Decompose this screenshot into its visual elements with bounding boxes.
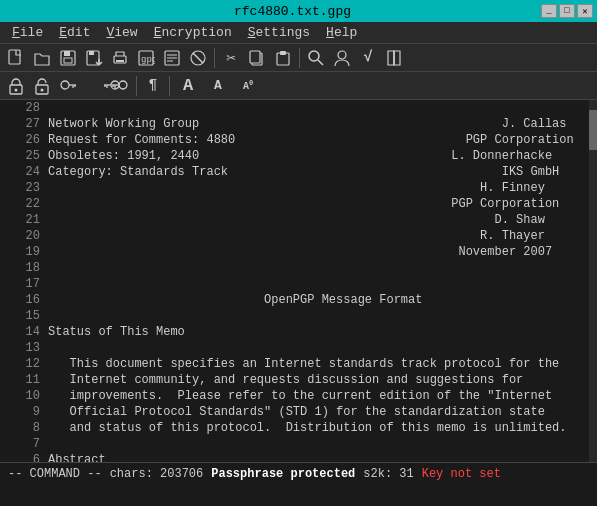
line-content: Category: Standards Track IKS GmbH [48,164,559,180]
menu-file[interactable]: File [4,23,51,42]
table-row: 7 [8,436,589,452]
svg-rect-2 [64,51,70,56]
saveas-icon[interactable] [82,47,106,69]
line-content: Network Working Group J. Callas [48,116,566,132]
svg-line-18 [193,53,203,63]
command-mode: -- COMMAND -- [8,467,102,481]
line-number: 7 [8,436,40,452]
line-number: 10 [8,388,40,404]
sqrt-icon[interactable]: √ [356,47,380,69]
line-content: PGP Corporation [48,196,559,212]
lock-closed-icon[interactable] [4,75,28,97]
menu-edit[interactable]: Edit [51,23,98,42]
table-row: 10 improvements. Please refer to the cur… [8,388,589,404]
line-content: Obsoletes: 1991, 2440 L. Donnerhacke [48,148,552,164]
scrollbar[interactable] [589,100,597,462]
line-number: 23 [8,180,40,196]
menu-encryption[interactable]: Encryption [146,23,240,42]
line-content: H. Finney [48,180,545,196]
svg-rect-10 [116,60,124,62]
line-content: and status of this protocol. Distributio… [48,420,566,436]
line-number: 13 [8,340,40,356]
window-controls[interactable]: _ □ ✕ [541,4,593,18]
table-row: 16 OpenPGP Message Format [8,292,589,308]
passphrase-status: Passphrase protected [211,467,355,481]
text-large-button[interactable]: A [174,75,202,97]
table-row: 23 H. Finney [8,180,589,196]
copy-icon[interactable] [245,47,269,69]
table-row: 15 [8,308,589,324]
paste-icon[interactable] [271,47,295,69]
doc-icon[interactable] [160,47,184,69]
lock-open-icon[interactable] [30,75,54,97]
print-icon[interactable] [108,47,132,69]
window-title: rfc4880.txt.gpg [44,4,541,19]
toolbar2: ¶ A A A0 [0,72,597,100]
scrollbar-thumb[interactable] [589,110,597,150]
text-medium-button[interactable]: A [204,75,232,97]
line-number: 19 [8,244,40,260]
chars-value: 203706 [160,467,203,481]
table-row: 11 Internet community, and requests disc… [8,372,589,388]
line-number: 27 [8,116,40,132]
line-number: 9 [8,404,40,420]
table-row: 19 November 2007 [8,244,589,260]
save-icon[interactable] [56,47,80,69]
status-bar: -- COMMAND -- chars: 203706 Passphrase p… [0,462,597,484]
key-icon-1[interactable] [56,75,80,97]
table-row: 21 D. Shaw [8,212,589,228]
svg-point-35 [111,81,119,89]
table-row: 8 and status of this protocol. Distribut… [8,420,589,436]
line-number: 8 [8,420,40,436]
gpg-icon[interactable]: gpg [134,47,158,69]
separator4 [169,76,170,96]
new-icon[interactable] [4,47,28,69]
svg-rect-3 [64,58,72,63]
cut-icon[interactable]: ✂ [219,47,243,69]
table-row: 9 Official Protocol Standards" (STD 1) f… [8,404,589,420]
maximize-button[interactable]: □ [559,4,575,18]
key-icon-2[interactable] [82,75,106,97]
line-content: November 2007 [48,244,552,260]
line-content: OpenPGP Message Format [48,292,422,308]
menu-help[interactable]: Help [318,23,365,42]
separator3 [136,76,137,96]
stop-icon[interactable] [186,47,210,69]
table-row: 26Request for Comments: 4880 PGP Corpora… [8,132,589,148]
svg-rect-5 [89,51,94,55]
table-row: 25Obsoletes: 1991, 2440 L. Donnerhacke [8,148,589,164]
table-row: 24Category: Standards Track IKS GmbH [8,164,589,180]
table-row: 18 [8,260,589,276]
svg-point-30 [41,88,44,91]
line-content: Internet community, and requests discuss… [48,372,523,388]
title-bar: rfc4880.txt.gpg _ □ ✕ [0,0,597,22]
close-button[interactable]: ✕ [577,4,593,18]
table-row: 14Status of This Memo [8,324,589,340]
paragraph-icon[interactable]: ¶ [141,75,165,97]
book-icon[interactable] [382,47,406,69]
search-icon[interactable] [304,47,328,69]
line-number: 12 [8,356,40,372]
text-small-button[interactable]: A0 [234,75,262,97]
line-content: Abstract [48,452,106,462]
line-content: Request for Comments: 4880 PGP Corporati… [48,132,574,148]
line-content: improvements. Please refer to the curren… [48,388,552,404]
open-icon[interactable] [30,47,54,69]
line-number: 18 [8,260,40,276]
menu-view[interactable]: View [98,23,145,42]
table-row: 6Abstract [8,452,589,462]
line-content: Status of This Memo [48,324,185,340]
svg-point-23 [309,51,319,61]
user-icon[interactable] [330,47,354,69]
menu-settings[interactable]: Settings [240,23,318,42]
svg-point-25 [338,51,346,59]
line-number: 20 [8,228,40,244]
line-number: 6 [8,452,40,462]
key-status: Key not set [422,467,501,481]
line-number: 16 [8,292,40,308]
table-row: 12 This document specifies an Internet s… [8,356,589,372]
minimize-button[interactable]: _ [541,4,557,18]
line-number: 26 [8,132,40,148]
line-number: 14 [8,324,40,340]
content-area: 2827Network Working Group J. Callas26Req… [0,100,597,462]
